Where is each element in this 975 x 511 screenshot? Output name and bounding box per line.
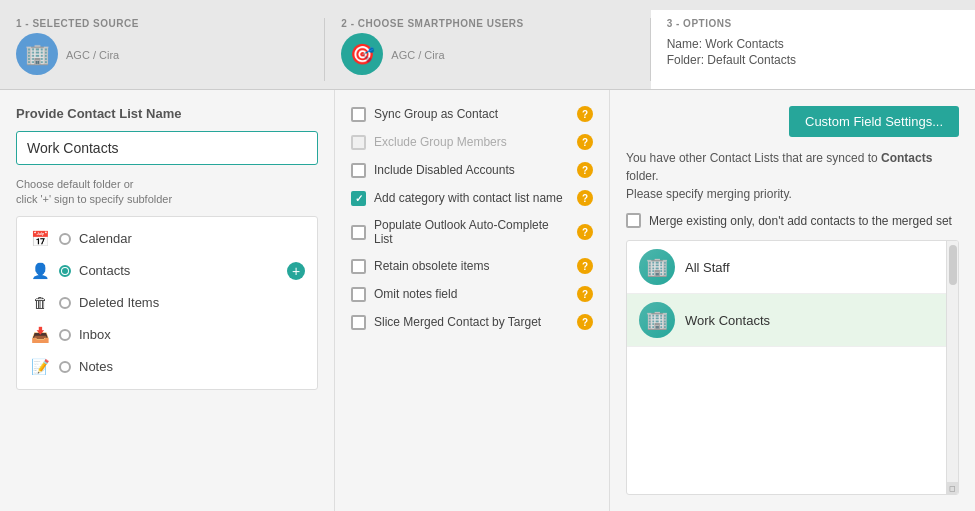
slice-merged-checkbox[interactable] — [351, 315, 366, 330]
option-include-disabled: Include Disabled Accounts ? — [351, 162, 593, 178]
calendar-radio[interactable] — [59, 233, 71, 245]
step-1-icon: 🏢 — [16, 33, 58, 75]
omit-notes-checkbox[interactable] — [351, 287, 366, 302]
merge-checkbox[interactable] — [626, 213, 641, 228]
contact-list-box: 🏢 All Staff 🏢 Work Contacts ◻ — [626, 240, 959, 495]
populate-outlook-help-icon[interactable]: ? — [577, 224, 593, 240]
folder-item-deleted[interactable]: 🗑 Deleted Items — [17, 287, 317, 319]
populate-outlook-label: Populate Outlook Auto-Complete List — [374, 218, 569, 246]
add-category-checkbox[interactable] — [351, 191, 366, 206]
right-panel: Custom Field Settings... You have other … — [610, 90, 975, 511]
folder-hint: Choose default folder orclick '+' sign t… — [16, 177, 318, 208]
retain-obsolete-label: Retain obsolete items — [374, 259, 569, 273]
deleted-radio[interactable] — [59, 297, 71, 309]
step-3-name: Name: Work Contacts — [667, 37, 796, 51]
step-1: 1 - SELECTED SOURCE 🏢 AGC / Cira — [0, 10, 324, 89]
omit-notes-help-icon[interactable]: ? — [577, 286, 593, 302]
option-populate-outlook: Populate Outlook Auto-Complete List ? — [351, 218, 593, 246]
contact-name-input[interactable] — [16, 131, 318, 165]
sync-group-label: Sync Group as Contact — [374, 107, 569, 121]
retain-obsolete-checkbox[interactable] — [351, 259, 366, 274]
custom-field-settings-button[interactable]: Custom Field Settings... — [789, 106, 959, 137]
folder-item-contacts[interactable]: 👤 Contacts + — [17, 255, 317, 287]
include-disabled-help-icon[interactable]: ? — [577, 162, 593, 178]
merge-checkbox-label: Merge existing only, don't add contacts … — [649, 214, 959, 228]
contacts-bold: Contacts — [881, 151, 932, 165]
work-contacts-name: Work Contacts — [685, 313, 770, 328]
add-category-help-icon[interactable]: ? — [577, 190, 593, 206]
option-slice-merged: Slice Merged Contact by Target ? — [351, 314, 593, 330]
sync-group-help-icon[interactable]: ? — [577, 106, 593, 122]
folder-name-calendar: Calendar — [79, 231, 305, 246]
folder-name-inbox: Inbox — [79, 327, 305, 342]
exclude-group-label: Exclude Group Members — [374, 135, 569, 149]
step-2: 2 - CHOOSE SMARTPHONE USERS 🎯 AGC / Cira — [325, 10, 649, 89]
step-2-sub: AGC / Cira — [391, 49, 444, 61]
slice-merged-help-icon[interactable]: ? — [577, 314, 593, 330]
option-omit-notes: Omit notes field ? — [351, 286, 593, 302]
step-3: 3 - OPTIONS Name: Work Contacts Folder: … — [651, 10, 975, 89]
contacts-radio[interactable] — [59, 265, 71, 277]
option-exclude-group: Exclude Group Members ? — [351, 134, 593, 150]
deleted-icon: 🗑 — [29, 292, 51, 314]
exclude-group-checkbox[interactable] — [351, 135, 366, 150]
folder-list: 📅 Calendar 👤 Contacts + 🗑 Deleted Items … — [16, 216, 318, 390]
contacts-icon: 👤 — [29, 260, 51, 282]
omit-notes-label: Omit notes field — [374, 287, 569, 301]
calendar-icon: 📅 — [29, 228, 51, 250]
folder-name-contacts: Contacts — [79, 263, 279, 278]
step-2-icon: 🎯 — [341, 33, 383, 75]
contact-list-item-all-staff[interactable]: 🏢 All Staff — [627, 241, 958, 294]
middle-panel: Sync Group as Contact ? Exclude Group Me… — [335, 90, 610, 511]
slice-merged-label: Slice Merged Contact by Target — [374, 315, 569, 329]
step-1-label: 1 - SELECTED SOURCE — [16, 18, 139, 29]
folder-item-calendar[interactable]: 📅 Calendar — [17, 223, 317, 255]
add-subfolder-button[interactable]: + — [287, 262, 305, 280]
notes-icon: 📝 — [29, 356, 51, 378]
all-staff-name: All Staff — [685, 260, 730, 275]
inbox-icon: 📥 — [29, 324, 51, 346]
folder-item-inbox[interactable]: 📥 Inbox — [17, 319, 317, 351]
include-disabled-checkbox[interactable] — [351, 163, 366, 178]
step-1-sub: AGC / Cira — [66, 49, 119, 61]
merge-checkbox-row: Merge existing only, don't add contacts … — [626, 213, 959, 228]
notes-radio[interactable] — [59, 361, 71, 373]
merge-info-text: You have other Contact Lists that are sy… — [626, 149, 959, 203]
step-3-label: 3 - OPTIONS — [667, 18, 796, 29]
populate-outlook-checkbox[interactable] — [351, 225, 366, 240]
work-contacts-avatar: 🏢 — [639, 302, 675, 338]
contact-list-item-work-contacts[interactable]: 🏢 Work Contacts — [627, 294, 958, 347]
retain-obsolete-help-icon[interactable]: ? — [577, 258, 593, 274]
inbox-radio[interactable] — [59, 329, 71, 341]
scrollbar-track[interactable]: ◻ — [946, 241, 958, 494]
include-disabled-label: Include Disabled Accounts — [374, 163, 569, 177]
section-title: Provide Contact List Name — [16, 106, 318, 121]
option-retain-obsolete: Retain obsolete items ? — [351, 258, 593, 274]
sync-group-checkbox[interactable] — [351, 107, 366, 122]
add-category-label: Add category with contact list name — [374, 191, 569, 205]
scrollbar-thumb[interactable] — [949, 245, 957, 285]
option-sync-group: Sync Group as Contact ? — [351, 106, 593, 122]
step-3-folder: Folder: Default Contacts — [667, 53, 796, 67]
folder-name-deleted: Deleted Items — [79, 295, 305, 310]
left-panel: Provide Contact List Name Choose default… — [0, 90, 335, 511]
all-staff-avatar: 🏢 — [639, 249, 675, 285]
step-2-label: 2 - CHOOSE SMARTPHONE USERS — [341, 18, 523, 29]
exclude-group-help-icon[interactable]: ? — [577, 134, 593, 150]
folder-name-notes: Notes — [79, 359, 305, 374]
folder-item-notes[interactable]: 📝 Notes — [17, 351, 317, 383]
scrollbar-resize-handle[interactable]: ◻ — [946, 482, 958, 494]
option-add-category: Add category with contact list name ? — [351, 190, 593, 206]
